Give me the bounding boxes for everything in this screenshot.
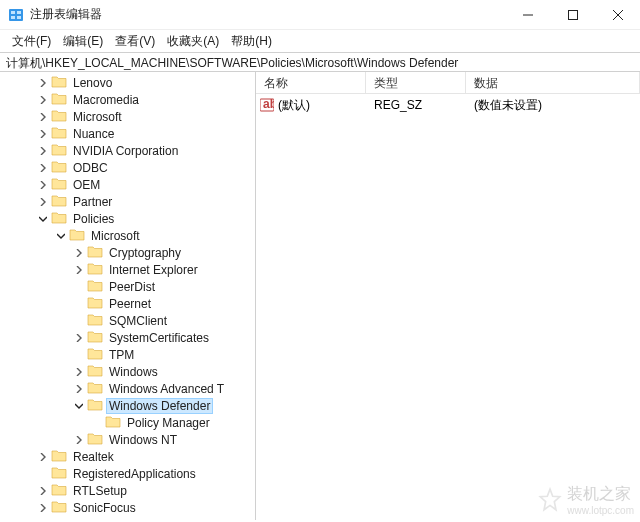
registry-tree[interactable]: LenovoMacromediaMicrosoftNuanceNVIDIA Co… — [0, 74, 255, 516]
tree-node[interactable]: SQMClient — [0, 312, 255, 329]
tree-node-label: OEM — [71, 178, 102, 192]
chevron-right-icon[interactable] — [36, 127, 50, 141]
minimize-button[interactable] — [505, 0, 550, 30]
value-row[interactable]: (默认)REG_SZ(数值未设置) — [256, 96, 640, 114]
folder-icon — [51, 159, 71, 176]
chevron-right-icon[interactable] — [36, 110, 50, 124]
chevron-down-icon[interactable] — [36, 212, 50, 226]
folder-icon — [51, 448, 71, 465]
svg-rect-2 — [17, 11, 21, 14]
tree-node[interactable]: Policy Manager — [0, 414, 255, 431]
chevron-right-icon[interactable] — [36, 501, 50, 515]
menu-bar: 文件(F) 编辑(E) 查看(V) 收藏夹(A) 帮助(H) — [0, 30, 640, 52]
tree-node-label: Partner — [71, 195, 114, 209]
folder-icon — [87, 363, 107, 380]
address-bar[interactable]: 计算机\HKEY_LOCAL_MACHINE\SOFTWARE\Policies… — [0, 52, 640, 72]
folder-icon — [105, 414, 125, 431]
tree-node[interactable]: Windows NT — [0, 431, 255, 448]
tree-node-label: Microsoft — [71, 110, 124, 124]
tree-node-label: NVIDIA Corporation — [71, 144, 180, 158]
values-list[interactable]: (默认)REG_SZ(数值未设置) — [256, 94, 640, 116]
values-pane: 名称 类型 数据 (默认)REG_SZ(数值未设置) — [256, 72, 640, 520]
svg-rect-4 — [17, 16, 21, 19]
menu-view[interactable]: 查看(V) — [109, 31, 161, 52]
folder-icon — [51, 74, 71, 91]
tree-node[interactable]: Nuance — [0, 125, 255, 142]
chevron-down-icon[interactable] — [72, 399, 86, 413]
tree-node[interactable]: Policies — [0, 210, 255, 227]
column-name[interactable]: 名称 — [256, 72, 366, 93]
tree-node[interactable]: Macromedia — [0, 91, 255, 108]
tree-node[interactable]: Windows Defender — [0, 397, 255, 414]
close-button[interactable] — [595, 0, 640, 30]
menu-favorites[interactable]: 收藏夹(A) — [161, 31, 225, 52]
folder-icon — [87, 431, 107, 448]
chevron-right-icon[interactable] — [72, 382, 86, 396]
chevron-right-icon[interactable] — [36, 195, 50, 209]
tree-node[interactable]: Windows Advanced T — [0, 380, 255, 397]
menu-file[interactable]: 文件(F) — [6, 31, 57, 52]
chevron-right-icon[interactable] — [36, 144, 50, 158]
tree-node-label: Internet Explorer — [107, 263, 200, 277]
tree-node-label: SQMClient — [107, 314, 169, 328]
menu-edit[interactable]: 编辑(E) — [57, 31, 109, 52]
tree-node[interactable]: RTLSetup — [0, 482, 255, 499]
chevron-right-icon[interactable] — [72, 246, 86, 260]
chevron-right-icon[interactable] — [36, 76, 50, 90]
column-data[interactable]: 数据 — [466, 72, 640, 93]
chevron-right-icon[interactable] — [72, 365, 86, 379]
tree-node[interactable]: SonicFocus — [0, 499, 255, 516]
tree-node[interactable]: PeerDist — [0, 278, 255, 295]
chevron-right-icon[interactable] — [72, 331, 86, 345]
tree-node-label: Windows NT — [107, 433, 179, 447]
svg-rect-3 — [11, 16, 15, 19]
svg-rect-1 — [11, 11, 15, 14]
tree-node-label: SonicFocus — [71, 501, 138, 515]
tree-node[interactable]: Internet Explorer — [0, 261, 255, 278]
tree-node-label: Windows Advanced T — [107, 382, 226, 396]
chevron-right-icon[interactable] — [36, 484, 50, 498]
folder-icon — [51, 125, 71, 142]
tree-node[interactable]: RegisteredApplications — [0, 465, 255, 482]
folder-icon — [87, 397, 107, 414]
values-header: 名称 类型 数据 — [256, 72, 640, 94]
tree-node-label: Microsoft — [89, 229, 142, 243]
value-data: (数值未设置) — [466, 97, 640, 114]
app-icon — [8, 7, 24, 23]
folder-icon — [51, 499, 71, 516]
chevron-down-icon[interactable] — [54, 229, 68, 243]
chevron-right-icon[interactable] — [72, 263, 86, 277]
folder-icon — [51, 465, 71, 482]
folder-icon — [87, 346, 107, 363]
window-title: 注册表编辑器 — [30, 6, 505, 23]
svg-rect-6 — [568, 10, 577, 19]
tree-node[interactable]: TPM — [0, 346, 255, 363]
tree-node-label: Lenovo — [71, 76, 114, 90]
tree-node-label: Policies — [71, 212, 116, 226]
menu-help[interactable]: 帮助(H) — [225, 31, 278, 52]
chevron-right-icon[interactable] — [72, 433, 86, 447]
maximize-button[interactable] — [550, 0, 595, 30]
tree-node[interactable]: Microsoft — [0, 227, 255, 244]
tree-node[interactable]: ODBC — [0, 159, 255, 176]
tree-node[interactable]: OEM — [0, 176, 255, 193]
tree-node[interactable]: Cryptography — [0, 244, 255, 261]
tree-node-label: ODBC — [71, 161, 110, 175]
tree-node[interactable]: Lenovo — [0, 74, 255, 91]
chevron-right-icon[interactable] — [36, 161, 50, 175]
chevron-right-icon[interactable] — [36, 450, 50, 464]
tree-node-label: RTLSetup — [71, 484, 129, 498]
tree-node[interactable]: Microsoft — [0, 108, 255, 125]
column-type[interactable]: 类型 — [366, 72, 466, 93]
folder-icon — [87, 380, 107, 397]
tree-pane[interactable]: LenovoMacromediaMicrosoftNuanceNVIDIA Co… — [0, 72, 256, 520]
tree-node[interactable]: Windows — [0, 363, 255, 380]
tree-node[interactable]: SystemCertificates — [0, 329, 255, 346]
tree-node[interactable]: NVIDIA Corporation — [0, 142, 255, 159]
tree-node[interactable]: Peernet — [0, 295, 255, 312]
tree-node[interactable]: Partner — [0, 193, 255, 210]
tree-node-label: Realtek — [71, 450, 116, 464]
chevron-right-icon[interactable] — [36, 178, 50, 192]
chevron-right-icon[interactable] — [36, 93, 50, 107]
tree-node[interactable]: Realtek — [0, 448, 255, 465]
